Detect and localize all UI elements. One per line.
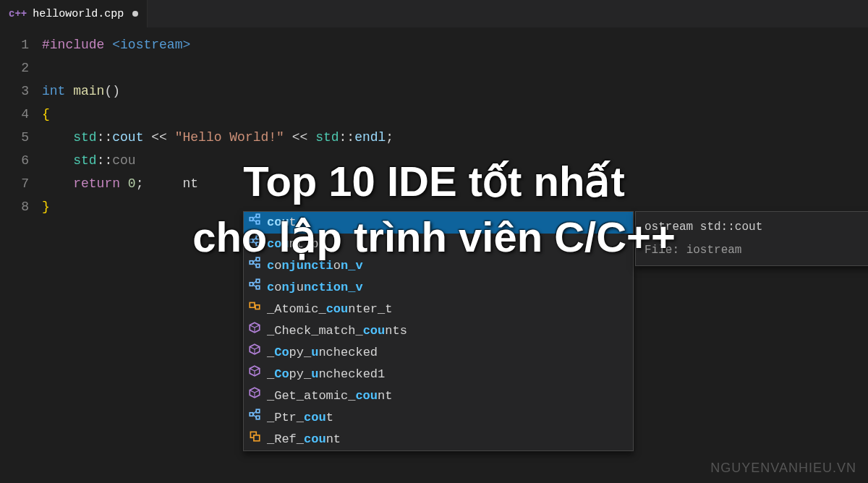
code-line: {: [42, 103, 868, 126]
svg-line-36: [255, 390, 260, 393]
autocomplete-item[interactable]: _Copy_unchecked1: [244, 364, 633, 385]
svg-rect-38: [250, 413, 253, 416]
svg-rect-17: [256, 286, 260, 289]
svg-rect-5: [250, 239, 253, 243]
struct-icon: [248, 385, 261, 408]
line-number: 3: [0, 80, 29, 103]
line-number: 2: [0, 56, 29, 80]
autocomplete-item-label: _Copy_unchecked1: [267, 363, 629, 386]
svg-rect-11: [256, 257, 260, 261]
autocomplete-detail-file: File: iostream: [644, 241, 868, 260]
svg-rect-0: [250, 218, 253, 221]
autocomplete-item-label: conjunction_v: [267, 255, 629, 278]
member-icon: [248, 406, 261, 429]
autocomplete-item-label: _Check_match_counts: [267, 320, 629, 343]
code-line: int main(): [42, 80, 868, 103]
autocomplete-item[interactable]: count_pr: [244, 234, 633, 255]
line-number-gutter: 1 2 3 4 5 6 7 8: [0, 27, 42, 483]
svg-line-32: [255, 369, 260, 371]
member-icon: [248, 233, 261, 256]
svg-rect-40: [256, 416, 260, 419]
autocomplete-item[interactable]: conjunction_v: [244, 255, 633, 277]
svg-rect-1: [256, 214, 260, 218]
line-number: 4: [0, 103, 29, 126]
autocomplete-item-label: _Ptr_cout: [267, 406, 629, 429]
autocomplete-popup: coutcount_prconjunction_vconjunction_v_A…: [243, 211, 634, 451]
svg-line-35: [250, 390, 255, 393]
code-line: std::cout << "Hello World!" << std::endl…: [42, 126, 868, 149]
line-number: 5: [0, 126, 29, 149]
svg-rect-20: [250, 303, 255, 308]
autocomplete-item[interactable]: _Ref_count: [244, 429, 633, 450]
code-line: return 0; nt: [42, 172, 868, 195]
editor-area: 1 2 3 4 5 6 7 8 #include <iostream> int …: [0, 27, 868, 483]
struct-icon: [248, 363, 261, 386]
autocomplete-item-label: _Get_atomic_count: [267, 385, 629, 408]
autocomplete-item[interactable]: _Atomic_counter_t: [244, 299, 633, 320]
tab-bar: c++ helloworld.cpp: [0, 0, 868, 27]
tab-filename: helloworld.cpp: [33, 8, 124, 20]
svg-line-31: [250, 369, 255, 371]
autocomplete-item[interactable]: _Ptr_cout: [244, 407, 633, 429]
autocomplete-item-label: count_pr: [267, 233, 629, 256]
svg-rect-6: [256, 236, 260, 239]
code-line: [42, 56, 868, 80]
autocomplete-item-label: conjunction_v: [267, 276, 629, 299]
autocomplete-item-label: _Atomic_counter_t: [267, 298, 629, 321]
dirty-indicator-icon: [132, 11, 138, 17]
code-line: #include <iostream>: [42, 33, 868, 56]
svg-line-28: [255, 347, 260, 349]
member-icon: [248, 211, 261, 234]
member-icon: [248, 276, 261, 299]
autocomplete-item-label: cout: [267, 211, 629, 234]
ref-icon: [248, 428, 261, 451]
autocomplete-detail-popup: ostream std::cout File: iostream: [635, 211, 868, 266]
cpp-file-icon: c++: [9, 8, 27, 20]
struct-icon: [248, 341, 261, 364]
code-line: std::cou: [42, 149, 868, 172]
autocomplete-item-label: _Copy_unchecked: [267, 341, 629, 364]
svg-line-23: [250, 325, 255, 328]
svg-line-24: [255, 325, 260, 328]
svg-rect-7: [256, 242, 260, 246]
svg-rect-44: [254, 435, 260, 441]
autocomplete-item[interactable]: cout: [244, 212, 633, 234]
class-icon: [248, 298, 261, 321]
svg-rect-39: [256, 409, 260, 413]
svg-rect-10: [250, 261, 253, 265]
autocomplete-item-label: _Ref_count: [267, 428, 629, 451]
line-number: 7: [0, 172, 29, 195]
svg-rect-15: [250, 283, 253, 286]
line-number: 1: [0, 33, 29, 56]
autocomplete-item[interactable]: _Check_match_counts: [244, 320, 633, 342]
svg-rect-12: [256, 264, 260, 268]
member-icon: [248, 255, 261, 278]
tab-helloworld[interactable]: c++ helloworld.cpp: [0, 0, 148, 27]
autocomplete-item[interactable]: _Get_atomic_count: [244, 385, 633, 407]
svg-rect-2: [256, 221, 260, 224]
svg-rect-21: [255, 305, 260, 309]
line-number: 6: [0, 149, 29, 172]
code-text-area[interactable]: #include <iostream> int main() { std::co…: [42, 27, 868, 483]
line-number: 8: [0, 195, 29, 218]
watermark-text: NGUYENVANHIEU.VN: [710, 461, 856, 476]
autocomplete-detail-signature: ostream std::cout: [644, 218, 868, 236]
autocomplete-item[interactable]: _Copy_unchecked: [244, 342, 633, 364]
svg-line-27: [250, 347, 255, 349]
autocomplete-item[interactable]: conjunction_v: [244, 277, 633, 299]
svg-rect-16: [256, 279, 260, 283]
struct-icon: [248, 320, 261, 343]
